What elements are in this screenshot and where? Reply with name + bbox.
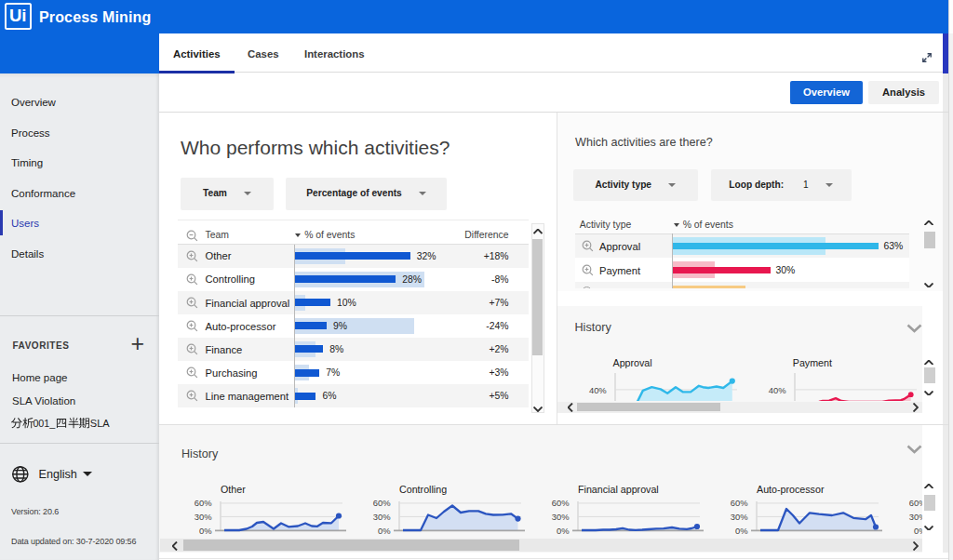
svg-text:001_: 001_ bbox=[33, 417, 55, 429]
svg-text:SLA: SLA bbox=[90, 417, 110, 429]
